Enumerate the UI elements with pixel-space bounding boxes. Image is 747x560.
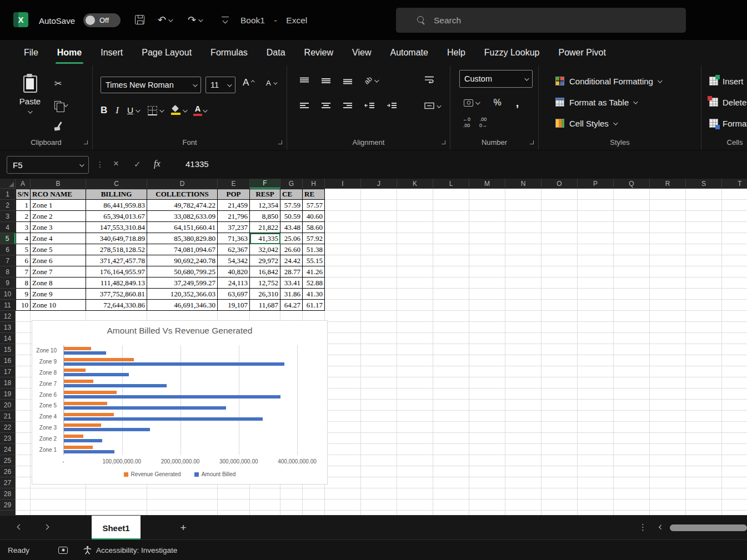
cell-K19[interactable] bbox=[397, 389, 433, 400]
cell-N15[interactable] bbox=[505, 344, 542, 355]
undo-button[interactable]: ↶ bbox=[158, 15, 172, 25]
conditional-formatting-button[interactable]: Conditional Formatting bbox=[555, 72, 661, 90]
cell-B28[interactable] bbox=[31, 488, 86, 500]
cell-K25[interactable] bbox=[397, 455, 433, 466]
cell-A7[interactable]: 6 bbox=[16, 255, 31, 266]
cell-P14[interactable] bbox=[578, 333, 614, 344]
row-header-5[interactable]: 5 bbox=[0, 233, 16, 244]
cell-S18[interactable] bbox=[686, 377, 722, 389]
formula-content[interactable]: 41335 bbox=[186, 159, 209, 169]
cell-H3[interactable]: 40.60 bbox=[303, 211, 325, 222]
cell-K15[interactable] bbox=[397, 344, 433, 355]
cell-T17[interactable] bbox=[722, 366, 747, 377]
cell-A19[interactable] bbox=[16, 389, 31, 400]
cell-J23[interactable] bbox=[361, 433, 397, 444]
cell-O13[interactable] bbox=[542, 322, 578, 333]
row-header-10[interactable]: 10 bbox=[0, 289, 16, 300]
column-header-M[interactable]: M bbox=[469, 179, 505, 189]
fill-color-dropdown-icon[interactable] bbox=[183, 108, 188, 112]
cell-O17[interactable] bbox=[542, 366, 578, 377]
cell-N9[interactable] bbox=[505, 278, 542, 289]
borders-button[interactable] bbox=[148, 106, 163, 115]
cell-S5[interactable] bbox=[686, 233, 722, 244]
confirm-entry-icon[interactable]: ✓ bbox=[134, 159, 141, 169]
cell-D3[interactable]: 33,082,633.09 bbox=[147, 211, 218, 222]
cell-N11[interactable] bbox=[505, 300, 542, 311]
cell-H6[interactable]: 51.38 bbox=[303, 244, 325, 255]
cell-S30[interactable] bbox=[686, 511, 722, 515]
cell-R11[interactable] bbox=[650, 300, 686, 311]
cell-K29[interactable] bbox=[397, 500, 433, 511]
cell-I18[interactable] bbox=[325, 377, 361, 389]
cell-Q5[interactable] bbox=[614, 233, 650, 244]
cell-E7[interactable]: 54,342 bbox=[218, 255, 250, 266]
cell-I29[interactable] bbox=[325, 500, 361, 511]
tab-formulas[interactable]: Formulas bbox=[201, 40, 257, 65]
cell-P5[interactable] bbox=[578, 233, 614, 244]
cell-T5[interactable] bbox=[722, 233, 747, 244]
cell-G29[interactable] bbox=[280, 500, 303, 511]
underline-button[interactable]: U bbox=[127, 105, 139, 115]
cell-I24[interactable] bbox=[325, 444, 361, 455]
cell-O4[interactable] bbox=[542, 222, 578, 233]
column-header-G[interactable]: G bbox=[280, 179, 303, 189]
cell-R23[interactable] bbox=[650, 433, 686, 444]
cell-P17[interactable] bbox=[578, 366, 614, 377]
cell-R16[interactable] bbox=[650, 355, 686, 366]
cell-K28[interactable] bbox=[397, 488, 433, 500]
cell-C3[interactable]: 65,394,013.67 bbox=[86, 211, 147, 222]
row-header-17[interactable]: 17 bbox=[0, 366, 16, 377]
cell-Q27[interactable] bbox=[614, 477, 650, 488]
cell-S25[interactable] bbox=[686, 455, 722, 466]
cell-T25[interactable] bbox=[722, 455, 747, 466]
cell-J5[interactable] bbox=[361, 233, 397, 244]
cell-R19[interactable] bbox=[650, 389, 686, 400]
cell-L21[interactable] bbox=[433, 411, 469, 422]
cell-F30[interactable] bbox=[250, 511, 280, 515]
cell-Q24[interactable] bbox=[614, 444, 650, 455]
cell-M9[interactable] bbox=[469, 278, 505, 289]
cell-J1[interactable] bbox=[361, 189, 397, 200]
cell-J30[interactable] bbox=[361, 511, 397, 515]
cell-Q15[interactable] bbox=[614, 344, 650, 355]
align-left-button[interactable] bbox=[299, 102, 309, 109]
delete-cells-button[interactable]: Delete bbox=[709, 93, 746, 111]
cell-B7[interactable]: Zone 6 bbox=[31, 255, 86, 266]
cell-J25[interactable] bbox=[361, 455, 397, 466]
cell-Q2[interactable] bbox=[614, 200, 650, 211]
cell-P2[interactable] bbox=[578, 200, 614, 211]
cell-H29[interactable] bbox=[303, 500, 325, 511]
cell-T22[interactable] bbox=[722, 422, 747, 433]
cell-F28[interactable] bbox=[250, 488, 280, 500]
cell-Q10[interactable] bbox=[614, 289, 650, 300]
cell-I6[interactable] bbox=[325, 244, 361, 255]
cell-A11[interactable]: 10 bbox=[16, 300, 31, 311]
cell-Q20[interactable] bbox=[614, 400, 650, 411]
cell-A24[interactable] bbox=[16, 444, 31, 455]
cell-N4[interactable] bbox=[505, 222, 542, 233]
cell-M21[interactable] bbox=[469, 411, 505, 422]
search-box[interactable]: Search bbox=[396, 8, 686, 33]
cell-L20[interactable] bbox=[433, 400, 469, 411]
cell-S6[interactable] bbox=[686, 244, 722, 255]
cell-A10[interactable]: 9 bbox=[16, 289, 31, 300]
cell-Q28[interactable] bbox=[614, 488, 650, 500]
cell-J28[interactable] bbox=[361, 488, 397, 500]
tab-help[interactable]: Help bbox=[438, 40, 475, 65]
cell-L10[interactable] bbox=[433, 289, 469, 300]
cell-R25[interactable] bbox=[650, 455, 686, 466]
cell-O26[interactable] bbox=[542, 466, 578, 477]
cell-N10[interactable] bbox=[505, 289, 542, 300]
cell-Q30[interactable] bbox=[614, 511, 650, 515]
cell-Q14[interactable] bbox=[614, 333, 650, 344]
cell-T29[interactable] bbox=[722, 500, 747, 511]
cell-F11[interactable]: 11,687 bbox=[250, 300, 280, 311]
cell-O21[interactable] bbox=[542, 411, 578, 422]
cell-J15[interactable] bbox=[361, 344, 397, 355]
cell-M7[interactable] bbox=[469, 255, 505, 266]
cell-D6[interactable]: 74,081,094.67 bbox=[147, 244, 218, 255]
customize-quick-access-button[interactable] bbox=[222, 17, 229, 23]
tab-review[interactable]: Review bbox=[295, 40, 343, 65]
cell-N2[interactable] bbox=[505, 200, 542, 211]
cell-E29[interactable] bbox=[218, 500, 250, 511]
